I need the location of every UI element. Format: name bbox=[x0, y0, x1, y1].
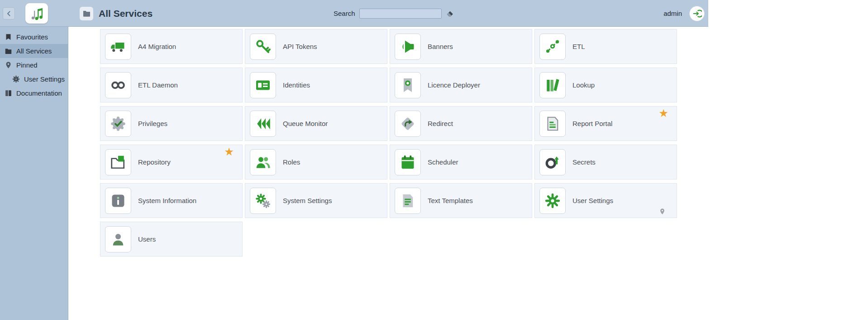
key-icon bbox=[255, 39, 271, 55]
secrets-o-icon bbox=[544, 154, 561, 170]
pin-icon bbox=[5, 61, 12, 69]
service-card-lookup[interactable]: Lookup ★ bbox=[534, 68, 677, 102]
gears-icon bbox=[255, 193, 271, 209]
logout-button[interactable] bbox=[689, 6, 705, 21]
seal-check-icon bbox=[110, 116, 126, 132]
sidebar-item-all-services[interactable]: All Services bbox=[0, 44, 68, 58]
info-icon bbox=[110, 193, 126, 209]
sidebar-item-label: Favourites bbox=[16, 33, 48, 41]
service-card-roles[interactable]: Roles ★ bbox=[245, 145, 387, 179]
service-card-label: API Tokens bbox=[283, 43, 317, 50]
header: All Services Search admin bbox=[0, 0, 708, 27]
service-card-banners[interactable]: Banners ★ bbox=[390, 29, 532, 64]
service-card-label: Lookup bbox=[572, 81, 595, 89]
service-card-api-tokens[interactable]: API Tokens ★ bbox=[245, 29, 387, 64]
service-card-label: Roles bbox=[283, 158, 300, 166]
service-card-label: ETL bbox=[572, 43, 585, 50]
service-card-label: Text Templates bbox=[428, 197, 473, 204]
favourite-star-icon[interactable]: ★ bbox=[658, 108, 668, 119]
back-button[interactable] bbox=[3, 7, 15, 19]
service-card-label: A4 Migration bbox=[138, 43, 176, 50]
sidebar-item-documentation[interactable]: Documentation bbox=[0, 86, 68, 100]
pinned-indicator-icon bbox=[659, 208, 666, 215]
sidebar-item-pinned[interactable]: Pinned bbox=[0, 58, 68, 72]
sidebar-item-label: User Settings bbox=[24, 75, 65, 83]
service-card-identities[interactable]: Identities ★ bbox=[245, 68, 387, 102]
sidebar-item-favourites[interactable]: Favourites bbox=[0, 30, 68, 44]
sidebar-item-label: All Services bbox=[16, 47, 52, 55]
username: admin bbox=[663, 10, 682, 17]
service-card-label: Scheduler bbox=[428, 158, 458, 166]
back-chevron-icon bbox=[5, 10, 13, 17]
service-card-label: Report Portal bbox=[572, 120, 612, 127]
service-card-label: Queue Monitor bbox=[283, 120, 328, 127]
service-card-a4-migration[interactable]: A4 Migration ★ bbox=[100, 29, 243, 64]
gear-green-icon bbox=[544, 193, 561, 209]
page-title: All Services bbox=[99, 8, 153, 19]
report-document-icon bbox=[544, 116, 561, 132]
book-icon bbox=[5, 89, 12, 97]
chevrons-left-icon bbox=[255, 116, 271, 132]
service-card-system-settings[interactable]: System Settings ★ bbox=[245, 183, 387, 218]
redirect-arrow-icon bbox=[400, 116, 416, 132]
service-card-report-portal[interactable]: Report Portal ★ bbox=[534, 106, 677, 141]
service-card-licence-deployer[interactable]: Licence Deployer ★ bbox=[390, 68, 532, 102]
header-user-area: admin bbox=[663, 0, 708, 27]
service-card-queue-monitor[interactable]: Queue Monitor ★ bbox=[245, 106, 387, 141]
service-card-users[interactable]: Users ★ bbox=[100, 222, 243, 257]
search-label: Search bbox=[334, 10, 355, 17]
service-card-repository[interactable]: Repository ★ bbox=[100, 145, 243, 179]
services-grid: A4 Migration ★ API Tokens ★ Banners ★ ET… bbox=[100, 29, 708, 257]
licence-ribbon-icon bbox=[400, 77, 416, 93]
service-card-label: Repository bbox=[138, 158, 171, 166]
search-bar: Search bbox=[334, 0, 454, 27]
app-logo[interactable] bbox=[25, 3, 48, 24]
text-template-icon bbox=[400, 193, 416, 209]
service-card-label: Redirect bbox=[428, 120, 453, 127]
service-card-etl-daemon[interactable]: ETL Daemon ★ bbox=[100, 68, 243, 102]
favourite-star-icon[interactable]: ★ bbox=[224, 146, 234, 157]
service-card-privileges[interactable]: Privileges ★ bbox=[100, 106, 243, 141]
infinity-icon bbox=[110, 77, 126, 93]
gear-dark-icon bbox=[12, 75, 20, 83]
sidebar-item-label: Documentation bbox=[16, 89, 62, 97]
user-icon bbox=[110, 231, 126, 247]
service-card-label: Users bbox=[138, 235, 156, 243]
megaphone-icon bbox=[400, 39, 416, 55]
books-icon bbox=[544, 77, 561, 93]
etl-flow-icon bbox=[544, 39, 561, 55]
service-card-label: Banners bbox=[428, 43, 453, 50]
folder-icon bbox=[80, 7, 93, 20]
service-card-scheduler[interactable]: Scheduler ★ bbox=[390, 145, 532, 179]
search-input[interactable] bbox=[359, 9, 442, 19]
clear-search-icon[interactable] bbox=[446, 9, 454, 18]
id-card-icon bbox=[255, 77, 271, 93]
logout-arrow-icon bbox=[692, 9, 702, 19]
sidebar-item-label: Pinned bbox=[16, 61, 38, 69]
service-card-text-templates[interactable]: Text Templates ★ bbox=[390, 183, 532, 218]
app-window: All Services Search admin Favourites All… bbox=[0, 0, 708, 320]
service-card-label: User Settings bbox=[572, 197, 613, 204]
service-card-label: System Settings bbox=[283, 197, 332, 204]
service-card-user-settings[interactable]: User Settings ★ bbox=[534, 183, 677, 218]
calendar-icon bbox=[400, 154, 416, 170]
service-card-system-information[interactable]: System Information ★ bbox=[100, 183, 243, 218]
service-card-label: Licence Deployer bbox=[428, 81, 480, 89]
truck-icon bbox=[110, 39, 126, 55]
sidebar-item-user-settings[interactable]: User Settings bbox=[0, 72, 68, 86]
service-card-label: ETL Daemon bbox=[138, 81, 178, 89]
page-title-group: All Services bbox=[80, 0, 153, 27]
service-card-label: Identities bbox=[283, 81, 310, 89]
repository-folder-icon bbox=[110, 154, 126, 170]
service-card-redirect[interactable]: Redirect ★ bbox=[390, 106, 532, 141]
service-card-label: Privileges bbox=[138, 120, 167, 127]
people-icon bbox=[255, 154, 271, 170]
service-card-secrets[interactable]: Secrets ★ bbox=[534, 145, 677, 179]
service-card-label: Secrets bbox=[572, 158, 596, 166]
main-content: A4 Migration ★ API Tokens ★ Banners ★ ET… bbox=[68, 27, 708, 320]
service-card-etl[interactable]: ETL ★ bbox=[534, 29, 677, 64]
service-card-label: System Information bbox=[138, 197, 196, 204]
logo-music-notes-icon bbox=[29, 6, 44, 21]
bookmark-icon bbox=[5, 33, 12, 41]
sidebar: Favourites All Services Pinned User Sett… bbox=[0, 27, 68, 320]
